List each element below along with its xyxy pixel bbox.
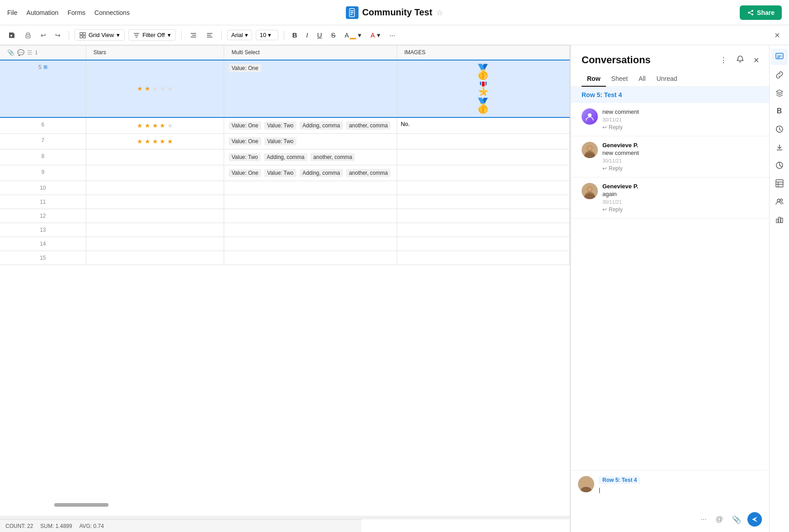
table-row[interactable]: 7 ★ ★ ★ ★ ★ Value: One Value: Two: [0, 133, 570, 149]
font-size-selector[interactable]: 10 ▾: [256, 30, 278, 40]
conversations-title: Conversations: [582, 54, 717, 66]
h-scrollbar-track[interactable]: [0, 516, 570, 519]
menu-automation[interactable]: Automation: [27, 9, 59, 16]
h-scrollbar-thumb[interactable]: [54, 503, 108, 507]
conv-body[interactable]: Row 5: Test 4 new comment 30/11/21 ↩: [571, 87, 769, 470]
stars-column-header[interactable]: Stars: [86, 46, 224, 60]
conv-notification-button[interactable]: [733, 52, 747, 68]
bold-button[interactable]: B: [290, 29, 300, 41]
images-cell-5[interactable]: 🥇 🎖️ 🥇: [397, 60, 569, 117]
highlight-button[interactable]: A ▾: [342, 29, 365, 41]
collapse-button[interactable]: [771, 30, 784, 41]
save-button[interactable]: [5, 30, 18, 41]
tab-all[interactable]: All: [633, 71, 651, 87]
row-number-8: 8: [0, 149, 86, 165]
italic-button[interactable]: I: [304, 29, 311, 41]
sidebar-bar-chart-button[interactable]: [771, 211, 788, 228]
reply-button-3[interactable]: ↩ Reply: [602, 206, 623, 213]
multi-cell-6[interactable]: Value: One Value: Two Adding, comma anot…: [224, 117, 397, 134]
strikethrough-button[interactable]: S: [329, 29, 338, 41]
grid-view-button[interactable]: Grid View ▾: [75, 29, 125, 41]
table-row[interactable]: 5 ⊞ ★ ★ ★ ★ ★ Value: One: [0, 60, 570, 117]
conv-close-button[interactable]: ✕: [751, 53, 762, 67]
undo-button[interactable]: ↩: [38, 30, 49, 41]
svg-line-8: [750, 13, 752, 14]
sidebar-users-button[interactable]: [771, 193, 788, 210]
font-selector[interactable]: Arial ▾: [227, 30, 252, 40]
app-icon: [346, 6, 358, 19]
sidebar-chart-button[interactable]: [771, 157, 788, 173]
table-row[interactable]: 10: [0, 181, 570, 195]
comment-input[interactable]: [599, 486, 762, 509]
stars-cell-9[interactable]: [86, 165, 224, 181]
favorite-icon[interactable]: ☆: [436, 8, 443, 18]
sidebar-layers-button[interactable]: [771, 85, 788, 101]
input-more-button[interactable]: ···: [698, 513, 709, 526]
reply-arrow-3: ↩: [602, 206, 607, 213]
menu-file[interactable]: File: [7, 9, 18, 16]
tab-sheet[interactable]: Sheet: [606, 71, 634, 87]
sidebar-history-button[interactable]: [771, 121, 788, 137]
reply-button-2[interactable]: ↩ Reply: [602, 165, 623, 172]
input-attach-button[interactable]: 📎: [729, 513, 744, 527]
images-cell-7[interactable]: [397, 133, 569, 149]
separator-1: [69, 31, 69, 40]
table-row[interactable]: 13: [0, 223, 570, 237]
reply-button-1[interactable]: ↩ Reply: [602, 124, 623, 131]
conv-input-area: Row 5: Test 4 ··· @ 📎: [571, 470, 769, 532]
multi-cell-10[interactable]: [224, 181, 397, 195]
sidebar-table-button[interactable]: [771, 175, 788, 191]
comment-content-2: Genevieve P. new comment 30/11/21 ↩ Repl…: [602, 142, 758, 172]
menu-forms[interactable]: Forms: [67, 9, 85, 16]
print-button[interactable]: [22, 30, 34, 41]
images-cell-10[interactable]: [397, 181, 569, 195]
underline-button[interactable]: U: [315, 29, 325, 41]
menu-connections[interactable]: Connections: [94, 9, 130, 16]
sidebar-download-button[interactable]: [771, 139, 788, 155]
indent-left-button[interactable]: [187, 30, 200, 41]
table-row[interactable]: 6 ★ ★ ★ ★ ★ Value: One Value: Two Adding…: [0, 117, 570, 134]
text-color-button[interactable]: A ▾: [368, 29, 383, 41]
share-button[interactable]: Share: [740, 5, 782, 20]
title-area: Community Test ☆: [346, 6, 443, 19]
sidebar-comments-button[interactable]: [771, 49, 788, 65]
stars-cell-10[interactable]: [86, 181, 224, 195]
table-row[interactable]: 15: [0, 251, 570, 265]
comment-3: Genevieve P. again 30/11/21 ↩ Reply: [571, 177, 769, 219]
stars-cell-7[interactable]: ★ ★ ★ ★ ★: [86, 133, 224, 149]
multi-cell-9[interactable]: Value: One Value: Two Adding, comma anot…: [224, 165, 397, 181]
tab-row[interactable]: Row: [582, 71, 606, 87]
multi-cell-8[interactable]: Value: Two Adding, comma another, comma: [224, 149, 397, 165]
tag-item: Value: One: [229, 137, 261, 145]
more-options-button[interactable]: ···: [387, 29, 398, 41]
filter-button[interactable]: Filter Off ▾: [128, 29, 176, 41]
table-row[interactable]: 12: [0, 209, 570, 223]
stars-cell-8[interactable]: [86, 149, 224, 165]
row-expand-icon[interactable]: ⊞: [43, 64, 47, 70]
tab-unread[interactable]: Unread: [651, 71, 683, 87]
table-row[interactable]: 8 Value: Two Adding, comma another, comm…: [0, 149, 570, 165]
multi-cell-5[interactable]: Value: One: [224, 60, 397, 117]
conv-more-button[interactable]: ⋮: [717, 53, 730, 67]
images-cell-8[interactable]: [397, 149, 569, 165]
multi-select-column-header[interactable]: Multi Select: [224, 46, 397, 60]
input-mention-button[interactable]: @: [713, 513, 726, 526]
images-cell-9[interactable]: [397, 165, 569, 181]
row-number-5: 5 ⊞: [0, 60, 86, 117]
table-container[interactable]: 📎 💬 ☰ ℹ Stars: [0, 45, 570, 532]
reply-label-1: Reply: [609, 124, 623, 131]
stars-cell-6[interactable]: ★ ★ ★ ★ ★: [86, 117, 224, 134]
sidebar-b-button[interactable]: B: [771, 103, 788, 119]
input-send-button[interactable]: [747, 512, 762, 527]
table-row[interactable]: 9 Value: One Value: Two Adding, comma an…: [0, 165, 570, 181]
table-row[interactable]: 14: [0, 237, 570, 251]
multi-cell-7[interactable]: Value: One Value: Two: [224, 133, 397, 149]
indent-right-button[interactable]: [203, 30, 216, 41]
row-number-9: 9: [0, 165, 86, 181]
sidebar-link-button[interactable]: [771, 67, 788, 83]
images-column-header[interactable]: IMAGES: [397, 46, 569, 60]
images-cell-6[interactable]: No.: [397, 117, 569, 134]
table-row[interactable]: 11: [0, 195, 570, 209]
stars-cell-5[interactable]: ★ ★ ★ ★ ★: [86, 60, 224, 117]
redo-button[interactable]: ↪: [52, 30, 63, 41]
